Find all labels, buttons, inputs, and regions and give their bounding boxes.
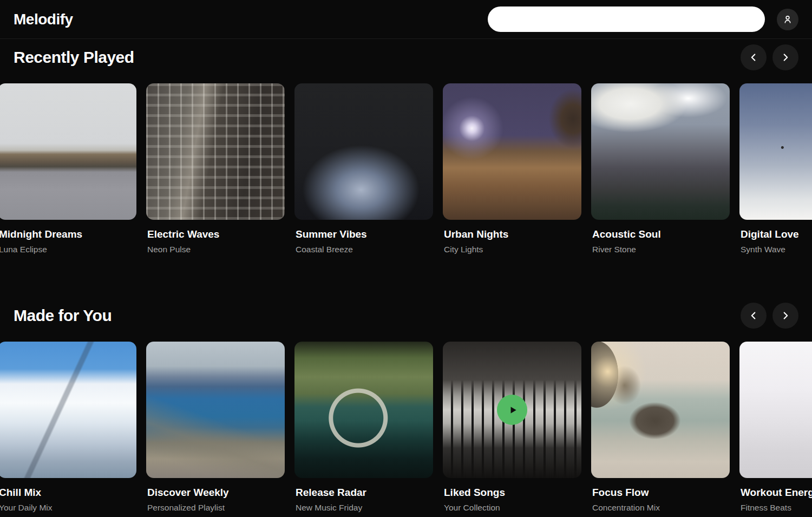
card-art — [591, 83, 730, 220]
carousel-next-button[interactable] — [772, 44, 798, 70]
card-liked-songs[interactable]: Liked Songs Your Collection — [443, 342, 581, 513]
card-art — [591, 342, 730, 478]
card-workout-energy[interactable]: Workout Energy Fitness Beats — [739, 342, 812, 513]
section-made-for-you: Made for You — [0, 297, 812, 513]
main-content: Recently Played — [0, 39, 812, 513]
carousel-prev-button[interactable] — [741, 44, 767, 70]
card-subtitle: Personalized Playlist — [147, 502, 285, 513]
user-icon — [782, 14, 793, 25]
card-subtitle: Synth Wave — [741, 244, 812, 255]
card-release-radar[interactable]: Release Radar New Music Friday — [294, 342, 433, 513]
card-title: Workout Energy — [741, 486, 812, 499]
card-title: Acoustic Soul — [592, 228, 730, 241]
card-midnight-dreams[interactable]: Midnight Dreams Luna Eclipse — [0, 83, 136, 255]
search-input[interactable] — [488, 6, 765, 32]
card-title: Liked Songs — [444, 486, 581, 499]
section-header: Recently Played — [0, 39, 812, 70]
card-art — [739, 83, 812, 220]
carousel-next-button[interactable] — [772, 303, 798, 329]
profile-button[interactable] — [777, 9, 798, 30]
card-digital-love[interactable]: Digital Love Synth Wave — [739, 83, 812, 255]
card-art — [0, 83, 136, 220]
card-subtitle: Luna Eclipse — [0, 244, 136, 255]
card-discover-weekly[interactable]: Discover Weekly Personalized Playlist — [146, 342, 285, 513]
card-art — [0, 342, 136, 478]
card-title: Digital Love — [741, 228, 812, 241]
card-art — [443, 342, 581, 478]
card-focus-flow[interactable]: Focus Flow Concentration Mix — [591, 342, 730, 513]
card-electric-waves[interactable]: Electric Waves Neon Pulse — [146, 83, 285, 255]
card-subtitle: Coastal Breeze — [296, 244, 433, 255]
card-subtitle: Fitness Beats — [741, 502, 812, 513]
chevron-left-icon — [748, 310, 759, 322]
chevron-left-icon — [748, 51, 759, 63]
card-title: Summer Vibes — [296, 228, 433, 241]
app-logo: Melodify — [14, 11, 73, 28]
card-subtitle: Your Collection — [444, 502, 581, 513]
card-art — [294, 342, 433, 478]
section-recently-played: Recently Played — [0, 39, 812, 255]
section-title: Made for You — [14, 306, 112, 325]
card-title: Electric Waves — [147, 228, 285, 241]
carousel-nav — [741, 303, 798, 329]
play-button[interactable] — [497, 395, 527, 425]
card-title: Focus Flow — [592, 486, 730, 499]
card-title: Midnight Dreams — [0, 228, 136, 241]
card-art — [739, 342, 812, 478]
card-acoustic-soul[interactable]: Acoustic Soul River Stone — [591, 83, 730, 255]
card-art — [146, 342, 285, 478]
card-title: Urban Nights — [444, 228, 581, 241]
carousel-nav — [741, 44, 798, 70]
card-title: Chill Mix — [0, 486, 136, 499]
play-icon — [506, 404, 519, 416]
card-title: Discover Weekly — [147, 486, 285, 499]
card-subtitle: City Lights — [444, 244, 581, 255]
card-chill-mix[interactable]: Chill Mix Your Daily Mix — [0, 342, 136, 513]
card-art — [443, 83, 581, 220]
card-art — [294, 83, 433, 220]
carousel-prev-button[interactable] — [741, 303, 767, 329]
chevron-right-icon — [780, 51, 791, 63]
card-title: Release Radar — [296, 486, 433, 499]
top-bar: Melodify — [0, 0, 812, 39]
card-summer-vibes[interactable]: Summer Vibes Coastal Breeze — [294, 83, 433, 255]
card-subtitle: Your Daily Mix — [0, 502, 136, 513]
card-subtitle: River Stone — [592, 244, 730, 255]
card-urban-nights[interactable]: Urban Nights City Lights — [443, 83, 581, 255]
section-title: Recently Played — [14, 48, 134, 67]
card-subtitle: Neon Pulse — [147, 244, 285, 255]
section-header: Made for You — [0, 297, 812, 329]
card-art — [146, 83, 285, 220]
chevron-right-icon — [780, 310, 791, 322]
card-subtitle: New Music Friday — [296, 502, 433, 513]
card-row: Midnight Dreams Luna Eclipse Electric Wa… — [0, 83, 812, 255]
card-row: Chill Mix Your Daily Mix Discover Weekly… — [0, 342, 812, 513]
card-subtitle: Concentration Mix — [592, 502, 730, 513]
